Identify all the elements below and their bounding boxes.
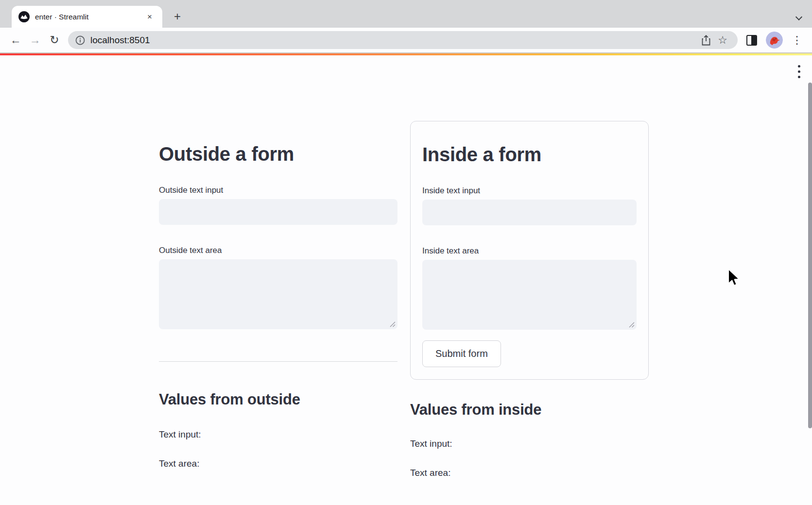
submit-form-button[interactable]: Submit form [422, 340, 501, 367]
new-tab-button[interactable]: + [169, 9, 186, 25]
values-outside-heading: Values from outside [159, 390, 397, 409]
outside-text-input[interactable] [159, 199, 397, 225]
tab-close-icon[interactable]: × [144, 11, 155, 23]
browser-tab-strip: enter · Streamlit × + [0, 0, 812, 28]
tab-list-chevron-down-icon[interactable] [796, 16, 802, 22]
inside-text-input-label: Inside text input [422, 185, 637, 196]
column-inside: Inside a form Inside text input Inside t… [410, 121, 649, 479]
inside-text-input[interactable] [422, 200, 637, 225]
side-panel-button[interactable] [743, 32, 760, 49]
reload-button[interactable]: ↻ [45, 31, 64, 50]
browser-tab[interactable]: enter · Streamlit × [12, 6, 162, 28]
tab-title: enter · Streamlit [35, 13, 144, 21]
page-scrollbar[interactable] [808, 83, 812, 428]
streamlit-menu-icon[interactable] [795, 64, 803, 79]
outside-text-input-value-line: Text input: [159, 429, 397, 440]
outside-text-input-label: Outside text input [159, 185, 397, 195]
textarea-resize-grip-icon[interactable] [629, 322, 635, 328]
outside-text-area-label: Outside text area [159, 245, 397, 255]
back-button[interactable]: ← [6, 31, 25, 50]
outside-text-area[interactable] [159, 259, 397, 329]
bookmark-star-icon[interactable]: ☆ [714, 32, 731, 49]
divider [159, 361, 397, 362]
share-icon[interactable] [698, 32, 714, 49]
inside-text-area-label: Inside text area [422, 246, 637, 256]
inside-text-area-value-line: Text area: [410, 467, 649, 479]
outside-form-heading: Outside a form [159, 142, 397, 166]
streamlit-app: Outside a form Outside text input Outsid… [0, 55, 812, 505]
inside-form-heading: Inside a form [422, 143, 637, 166]
textarea-resize-grip-icon[interactable] [390, 321, 396, 327]
url-text[interactable]: localhost:8501 [90, 35, 150, 46]
browser-toolbar: ← → ↻ localhost:8501 ☆ [0, 28, 812, 52]
profile-avatar[interactable] [766, 32, 783, 49]
outside-text-area-value-line: Text area: [159, 458, 397, 470]
values-inside-heading: Values from inside [410, 400, 649, 420]
address-bar[interactable]: localhost:8501 ☆ [68, 31, 738, 49]
browser-menu-icon[interactable]: ⋮ [789, 32, 805, 49]
column-outside: Outside a form Outside text input Outsid… [159, 121, 397, 479]
inside-text-area[interactable] [422, 260, 637, 330]
main-content: Outside a form Outside text input Outsid… [159, 55, 649, 479]
inside-text-input-value-line: Text input: [410, 438, 649, 450]
site-info-icon[interactable] [75, 35, 86, 46]
streamlit-favicon-icon [18, 11, 30, 22]
forward-button: → [25, 31, 45, 50]
form-container: Inside a form Inside text input Inside t… [410, 121, 649, 380]
